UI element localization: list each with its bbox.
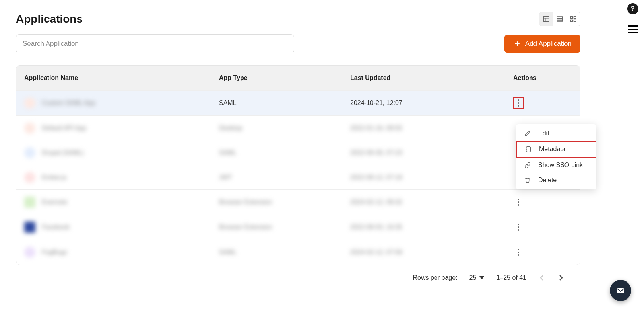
svg-point-15 — [518, 199, 519, 200]
svg-point-13 — [518, 102, 519, 104]
app-icon — [24, 247, 35, 258]
svg-point-17 — [518, 204, 519, 206]
app-name: Evernote — [42, 199, 67, 206]
svg-point-20 — [518, 229, 519, 231]
mail-button[interactable] — [610, 280, 631, 301]
header-updated: Last Updated — [350, 74, 513, 82]
hamburger-menu[interactable] — [628, 25, 638, 33]
app-type: Desktop — [219, 125, 350, 132]
app-type: Browser Extension — [219, 199, 350, 206]
app-icon — [24, 222, 35, 233]
table-row[interactable]: Evernote Browser Extension 2024-02-12, 0… — [16, 189, 580, 215]
menu-label: Metadata — [539, 146, 566, 153]
pencil-icon — [524, 130, 531, 137]
row-actions-button[interactable] — [513, 97, 524, 109]
svg-rect-28 — [617, 287, 625, 294]
svg-rect-3 — [557, 17, 563, 18]
app-icon — [24, 147, 35, 158]
app-updated: 2022-08-12, 07:18 — [350, 174, 513, 181]
row-actions-menu: Edit Metadata Show SSO Link Delete — [516, 124, 596, 189]
svg-rect-26 — [628, 29, 638, 30]
view-table[interactable] — [539, 12, 553, 26]
svg-rect-9 — [574, 20, 576, 22]
app-updated: 2022-09-30, 07:23 — [350, 149, 513, 156]
row-actions-button[interactable] — [513, 246, 524, 258]
svg-point-18 — [518, 224, 519, 225]
svg-point-14 — [518, 105, 519, 107]
row-actions-button[interactable] — [513, 221, 524, 233]
table-row[interactable]: FogBugz SAML 2024-02-12, 07:58 — [16, 240, 580, 265]
menu-item-delete[interactable]: Delete — [516, 173, 596, 188]
app-name: Ember.js — [42, 174, 66, 181]
help-button[interactable]: ? — [627, 3, 638, 14]
view-list[interactable] — [553, 12, 566, 26]
svg-point-22 — [518, 252, 519, 253]
app-type: SAML — [219, 249, 350, 256]
svg-rect-8 — [570, 20, 572, 22]
table-row[interactable]: Custom SAML App SAML 2024-10-21, 12:07 — [16, 90, 580, 115]
svg-point-19 — [518, 226, 519, 228]
app-icon — [24, 123, 35, 134]
next-page-button[interactable] — [557, 273, 564, 283]
app-name: Custom SAML App — [42, 99, 95, 107]
app-updated: 2022-01-16, 08:55 — [350, 125, 513, 132]
app-icon — [24, 172, 35, 183]
add-button-label: Add Application — [525, 40, 572, 48]
menu-item-edit[interactable]: Edit — [516, 126, 596, 141]
menu-item-metadata[interactable]: Metadata — [516, 141, 596, 158]
app-name: Facebook — [42, 224, 70, 231]
svg-rect-6 — [570, 16, 572, 18]
search-input[interactable] — [16, 34, 294, 53]
table-row[interactable]: Facebook Browser Extension 2022-08-03, 1… — [16, 215, 580, 240]
view-toggle — [539, 12, 580, 26]
app-type: SAML — [219, 99, 350, 107]
header-type: App Type — [219, 74, 350, 82]
svg-point-16 — [518, 201, 519, 203]
rows-per-page-label: Rows per page: — [413, 274, 458, 281]
app-icon — [24, 197, 35, 208]
table-row[interactable]: Drupal (SAML) SAML 2022-09-30, 07:23 — [16, 140, 580, 165]
menu-item-sso[interactable]: Show SSO Link — [516, 158, 596, 173]
view-grid[interactable] — [566, 12, 580, 26]
link-icon — [524, 162, 531, 168]
app-updated: 2024-10-21, 12:07 — [350, 99, 513, 107]
svg-rect-25 — [628, 25, 638, 27]
menu-label: Delete — [538, 177, 557, 184]
app-type: JWT — [219, 174, 350, 181]
table-row[interactable]: Default API App Desktop 2022-01-16, 08:5… — [16, 115, 580, 140]
header-actions: Actions — [513, 74, 561, 82]
svg-rect-27 — [628, 32, 638, 33]
svg-rect-7 — [574, 16, 576, 18]
rows-per-page-select[interactable]: 25 — [469, 274, 485, 281]
app-updated: 2024-02-12, 09:32 — [350, 199, 513, 206]
menu-label: Edit — [538, 130, 549, 137]
svg-point-24 — [526, 146, 531, 148]
app-icon — [24, 98, 35, 109]
app-type: Browser Extension — [219, 224, 350, 231]
svg-rect-0 — [543, 16, 549, 22]
svg-point-23 — [518, 254, 519, 256]
svg-point-12 — [518, 99, 519, 101]
page-title: Applications — [16, 13, 83, 25]
pagination: Rows per page: 25 1–25 of 41 — [16, 265, 580, 283]
svg-rect-4 — [557, 19, 563, 20]
menu-label: Show SSO Link — [538, 162, 583, 169]
app-name: Drupal (SAML) — [42, 149, 84, 156]
app-name: FogBugz — [42, 249, 67, 256]
app-updated: 2024-02-12, 07:58 — [350, 249, 513, 256]
add-application-button[interactable]: Add Application — [504, 35, 580, 53]
svg-rect-5 — [557, 20, 563, 21]
rows-per-page-value: 25 — [469, 274, 477, 281]
app-name: Default API App — [42, 125, 86, 132]
chevron-down-icon — [479, 276, 484, 279]
app-updated: 2022-08-03, 16:35 — [350, 224, 513, 231]
svg-point-21 — [518, 249, 519, 250]
database-icon — [525, 146, 532, 152]
prev-page-button[interactable] — [538, 273, 545, 283]
header-name: Application Name — [24, 74, 219, 82]
applications-table: Application Name App Type Last Updated A… — [16, 65, 580, 265]
row-actions-button[interactable] — [513, 196, 524, 208]
pagination-range: 1–25 of 41 — [496, 274, 526, 281]
table-row[interactable]: Ember.js JWT 2022-08-12, 07:18 — [16, 165, 580, 189]
trash-icon — [524, 177, 531, 183]
